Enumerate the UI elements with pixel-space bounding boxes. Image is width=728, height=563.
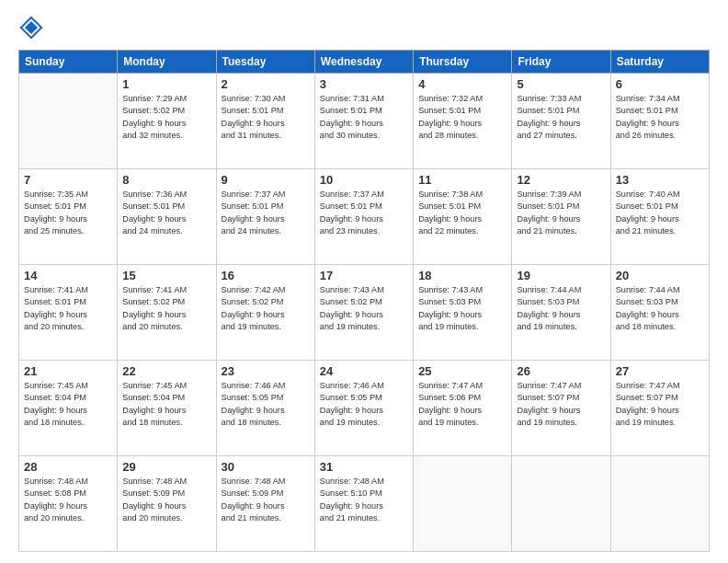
week-row-1: 1Sunrise: 7:29 AMSunset: 5:02 PMDaylight…: [19, 74, 710, 169]
day-number: 24: [320, 364, 408, 378]
day-number: 12: [517, 173, 605, 187]
day-info: Sunrise: 7:39 AMSunset: 5:01 PMDaylight:…: [517, 189, 605, 237]
calendar-cell: 31Sunrise: 7:48 AMSunset: 5:10 PMDayligh…: [314, 456, 413, 552]
day-info: Sunrise: 7:47 AMSunset: 5:07 PMDaylight:…: [616, 380, 704, 429]
day-info: Sunrise: 7:46 AMSunset: 5:05 PMDaylight:…: [320, 380, 408, 429]
calendar-cell: 13Sunrise: 7:40 AMSunset: 5:01 PMDayligh…: [610, 169, 709, 265]
calendar-cell: 20Sunrise: 7:44 AMSunset: 5:03 PMDayligh…: [610, 265, 709, 361]
logo-icon: [18, 15, 44, 40]
day-number: 18: [418, 269, 506, 282]
day-number: 9: [222, 173, 310, 187]
calendar-cell: 8Sunrise: 7:36 AMSunset: 5:01 PMDaylight…: [118, 169, 216, 265]
day-info: Sunrise: 7:48 AMSunset: 5:09 PMDaylight:…: [122, 476, 210, 524]
header-tuesday: Tuesday: [216, 51, 314, 74]
day-number: 5: [517, 77, 605, 91]
week-row-4: 21Sunrise: 7:45 AMSunset: 5:04 PMDayligh…: [19, 361, 710, 456]
day-info: Sunrise: 7:45 AMSunset: 5:04 PMDaylight:…: [122, 380, 210, 429]
calendar-cell: 16Sunrise: 7:42 AMSunset: 5:02 PMDayligh…: [216, 265, 314, 361]
day-number: 8: [122, 173, 210, 187]
day-number: 16: [222, 269, 310, 282]
calendar-cell: 30Sunrise: 7:48 AMSunset: 5:09 PMDayligh…: [216, 456, 314, 552]
calendar-cell: [610, 456, 709, 552]
day-info: Sunrise: 7:48 AMSunset: 5:08 PMDaylight:…: [24, 476, 112, 524]
calendar-cell: 15Sunrise: 7:41 AMSunset: 5:02 PMDayligh…: [118, 265, 216, 361]
day-info: Sunrise: 7:48 AMSunset: 5:09 PMDaylight:…: [222, 476, 310, 524]
day-number: 17: [320, 269, 408, 282]
header-friday: Friday: [512, 51, 610, 74]
header-wednesday: Wednesday: [314, 51, 413, 74]
day-info: Sunrise: 7:47 AMSunset: 5:06 PMDaylight:…: [418, 380, 506, 429]
day-info: Sunrise: 7:41 AMSunset: 5:02 PMDaylight:…: [122, 284, 210, 333]
day-number: 15: [122, 269, 210, 282]
day-number: 20: [616, 269, 704, 282]
day-number: 2: [222, 77, 310, 91]
calendar-cell: 4Sunrise: 7:32 AMSunset: 5:01 PMDaylight…: [414, 74, 512, 169]
calendar-cell: 21Sunrise: 7:45 AMSunset: 5:04 PMDayligh…: [19, 361, 118, 456]
calendar-cell: 1Sunrise: 7:29 AMSunset: 5:02 PMDaylight…: [118, 74, 216, 169]
day-number: 1: [122, 77, 210, 91]
calendar-cell: 26Sunrise: 7:47 AMSunset: 5:07 PMDayligh…: [512, 361, 610, 456]
calendar-cell: 18Sunrise: 7:43 AMSunset: 5:03 PMDayligh…: [414, 265, 512, 361]
calendar-cell: 11Sunrise: 7:38 AMSunset: 5:01 PMDayligh…: [414, 169, 512, 265]
calendar-cell: 23Sunrise: 7:46 AMSunset: 5:05 PMDayligh…: [216, 361, 314, 456]
day-info: Sunrise: 7:47 AMSunset: 5:07 PMDaylight:…: [517, 380, 605, 429]
calendar-cell: 28Sunrise: 7:48 AMSunset: 5:08 PMDayligh…: [19, 456, 118, 552]
calendar-cell: 25Sunrise: 7:47 AMSunset: 5:06 PMDayligh…: [414, 361, 512, 456]
calendar-cell: [19, 74, 118, 169]
day-info: Sunrise: 7:45 AMSunset: 5:04 PMDaylight:…: [24, 380, 112, 429]
logo: [18, 15, 48, 40]
week-row-5: 28Sunrise: 7:48 AMSunset: 5:08 PMDayligh…: [19, 456, 710, 552]
day-info: Sunrise: 7:36 AMSunset: 5:01 PMDaylight:…: [122, 189, 210, 237]
day-number: 7: [24, 173, 112, 187]
day-info: Sunrise: 7:29 AMSunset: 5:02 PMDaylight:…: [122, 93, 210, 142]
day-number: 31: [320, 460, 408, 474]
week-row-2: 7Sunrise: 7:35 AMSunset: 5:01 PMDaylight…: [19, 169, 710, 265]
day-info: Sunrise: 7:30 AMSunset: 5:01 PMDaylight:…: [222, 93, 310, 142]
day-number: 4: [418, 77, 506, 91]
week-row-3: 14Sunrise: 7:41 AMSunset: 5:01 PMDayligh…: [19, 265, 710, 361]
calendar-cell: 14Sunrise: 7:41 AMSunset: 5:01 PMDayligh…: [19, 265, 118, 361]
day-info: Sunrise: 7:44 AMSunset: 5:03 PMDaylight:…: [517, 284, 605, 333]
day-info: Sunrise: 7:37 AMSunset: 5:01 PMDaylight:…: [222, 189, 310, 237]
calendar-cell: 12Sunrise: 7:39 AMSunset: 5:01 PMDayligh…: [512, 169, 610, 265]
day-info: Sunrise: 7:42 AMSunset: 5:02 PMDaylight:…: [222, 284, 310, 333]
day-number: 6: [616, 77, 704, 91]
day-number: 11: [418, 173, 506, 187]
day-number: 19: [517, 269, 605, 282]
calendar-cell: 29Sunrise: 7:48 AMSunset: 5:09 PMDayligh…: [118, 456, 216, 552]
day-number: 21: [24, 364, 112, 378]
day-number: 28: [24, 460, 112, 474]
day-number: 22: [122, 364, 210, 378]
day-info: Sunrise: 7:34 AMSunset: 5:01 PMDaylight:…: [616, 93, 704, 142]
header-monday: Monday: [118, 51, 216, 74]
day-number: 10: [320, 173, 408, 187]
header: [18, 15, 710, 40]
calendar-cell: 27Sunrise: 7:47 AMSunset: 5:07 PMDayligh…: [610, 361, 709, 456]
day-info: Sunrise: 7:32 AMSunset: 5:01 PMDaylight:…: [418, 93, 506, 142]
page: SundayMondayTuesdayWednesdayThursdayFrid…: [0, 0, 728, 563]
day-number: 23: [222, 364, 310, 378]
day-info: Sunrise: 7:33 AMSunset: 5:01 PMDaylight:…: [517, 93, 605, 142]
day-number: 3: [320, 77, 408, 91]
day-info: Sunrise: 7:48 AMSunset: 5:10 PMDaylight:…: [320, 476, 408, 524]
calendar-cell: 9Sunrise: 7:37 AMSunset: 5:01 PMDaylight…: [216, 169, 314, 265]
day-info: Sunrise: 7:41 AMSunset: 5:01 PMDaylight:…: [24, 284, 112, 333]
calendar-cell: 7Sunrise: 7:35 AMSunset: 5:01 PMDaylight…: [19, 169, 118, 265]
day-info: Sunrise: 7:40 AMSunset: 5:01 PMDaylight:…: [616, 189, 704, 237]
calendar-cell: 6Sunrise: 7:34 AMSunset: 5:01 PMDaylight…: [610, 74, 709, 169]
calendar-cell: 5Sunrise: 7:33 AMSunset: 5:01 PMDaylight…: [512, 74, 610, 169]
day-info: Sunrise: 7:43 AMSunset: 5:02 PMDaylight:…: [320, 284, 408, 333]
day-info: Sunrise: 7:44 AMSunset: 5:03 PMDaylight:…: [616, 284, 704, 333]
day-number: 29: [122, 460, 210, 474]
calendar-cell: 17Sunrise: 7:43 AMSunset: 5:02 PMDayligh…: [314, 265, 413, 361]
header-sunday: Sunday: [19, 51, 118, 74]
calendar-cell: 24Sunrise: 7:46 AMSunset: 5:05 PMDayligh…: [314, 361, 413, 456]
calendar-cell: 2Sunrise: 7:30 AMSunset: 5:01 PMDaylight…: [216, 74, 314, 169]
header-thursday: Thursday: [414, 51, 512, 74]
calendar-cell: [512, 456, 610, 552]
day-number: 30: [222, 460, 310, 474]
day-info: Sunrise: 7:43 AMSunset: 5:03 PMDaylight:…: [418, 284, 506, 333]
calendar-cell: 22Sunrise: 7:45 AMSunset: 5:04 PMDayligh…: [118, 361, 216, 456]
calendar-cell: [414, 456, 512, 552]
day-number: 13: [616, 173, 704, 187]
